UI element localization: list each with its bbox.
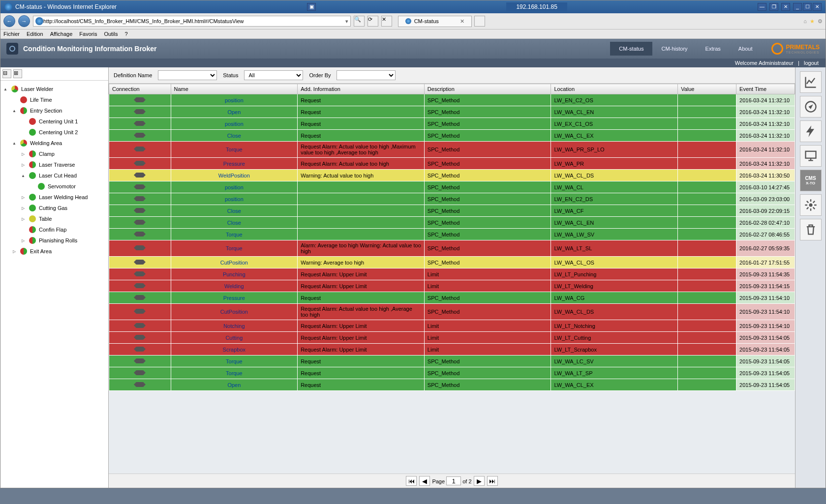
home-icon[interactable]: ⌂: [803, 18, 807, 24]
expand-icon[interactable]: ▷: [20, 217, 26, 221]
new-tab-button[interactable]: [474, 16, 485, 27]
expand-icon[interactable]: ▲: [2, 87, 8, 91]
gear-icon[interactable]: [800, 194, 822, 216]
stop-button[interactable]: ✕: [381, 16, 392, 27]
table-row[interactable]: position Request SPC_Method LW_EX_C1_OS …: [109, 118, 795, 130]
tree-item[interactable]: ▷ Laser Welding Head: [2, 192, 106, 203]
table-row[interactable]: Punching Request Alarm: Upper Limit Limi…: [109, 268, 795, 280]
name-link[interactable]: Scrapbox: [223, 347, 245, 353]
tree-item[interactable]: ▷ Planishing Rolls: [2, 235, 106, 246]
name-link[interactable]: WeldPosition: [218, 173, 250, 178]
tree-item[interactable]: Confin Flap: [2, 224, 106, 235]
name-link[interactable]: position: [225, 184, 244, 190]
expand-icon[interactable]: ▷: [20, 238, 26, 243]
name-link[interactable]: Torque: [226, 245, 243, 251]
close2-button[interactable]: ✕: [813, 3, 822, 11]
name-link[interactable]: CutPosition: [220, 309, 248, 315]
table-row[interactable]: Open Request SPC_Method LW_WA_CL_EN 2016…: [109, 106, 795, 118]
name-link[interactable]: Torque: [226, 358, 243, 364]
tree-item[interactable]: Servomotor: [2, 181, 106, 192]
name-link[interactable]: Pressure: [223, 161, 245, 167]
tree-item[interactable]: ▲ Laser Welder: [2, 84, 106, 94]
table-row[interactable]: Torque Request SPC_Method LW_WA_LT_SP 20…: [109, 367, 795, 379]
column-header[interactable]: Location: [551, 84, 678, 94]
name-link[interactable]: position: [225, 121, 244, 127]
next-page-button[interactable]: ▶: [474, 476, 485, 486]
name-link[interactable]: Torque: [226, 232, 243, 237]
table-row[interactable]: Close Request SPC_Method LW_WA_CL_EX 201…: [109, 130, 795, 142]
name-link[interactable]: Close: [227, 133, 241, 139]
logout-link[interactable]: logout: [804, 60, 819, 66]
name-link[interactable]: CutPosition: [220, 260, 248, 266]
menu-outils[interactable]: Outils: [104, 31, 118, 37]
table-row[interactable]: Torque SPC_Method LW_WA_LW_SV 2016-02-27…: [109, 229, 795, 240]
table-row[interactable]: position SPC_Method LW_WA_CL 2016-03-10 …: [109, 181, 795, 193]
table-row[interactable]: Pressure Request SPC_Method LW_WA_CG 201…: [109, 292, 795, 304]
tree-item[interactable]: ▷ Cutting Gas: [2, 203, 106, 213]
export-icon[interactable]: [800, 96, 822, 118]
max2-button[interactable]: ☐: [803, 3, 812, 11]
maximize-handle-icon[interactable]: ▣: [307, 3, 316, 11]
column-header[interactable]: Event Time: [736, 84, 795, 94]
name-link[interactable]: Open: [227, 382, 241, 388]
table-row[interactable]: Scrapbox Request Alarm: Upper Limit Limi…: [109, 344, 795, 356]
page-input[interactable]: [446, 476, 461, 485]
browser-tab[interactable]: CM-status ✕: [398, 16, 472, 27]
name-link[interactable]: Close: [227, 220, 241, 226]
name-link[interactable]: Notching: [223, 323, 245, 329]
back-button[interactable]: ←: [3, 15, 15, 27]
refresh-button[interactable]: ⟳: [367, 16, 378, 27]
tools-icon[interactable]: ⚙: [818, 18, 823, 25]
url-bar[interactable]: ▾: [33, 16, 351, 27]
nav-cm-status[interactable]: CM-status: [610, 42, 652, 56]
orderby-select[interactable]: [337, 70, 396, 80]
search-button[interactable]: 🔍: [354, 16, 365, 27]
column-header[interactable]: Connection: [109, 84, 171, 94]
name-link[interactable]: Cutting: [225, 335, 243, 341]
tree-item[interactable]: ▷ Laser Traverse: [2, 159, 106, 170]
restore-button[interactable]: ❐: [769, 3, 778, 11]
minimize-button[interactable]: —: [758, 3, 766, 11]
column-header[interactable]: Name: [171, 84, 298, 94]
first-page-button[interactable]: ⏮: [406, 476, 417, 486]
table-row[interactable]: Close SPC_Method LW_WA_CF 2016-03-09 22:…: [109, 205, 795, 217]
name-link[interactable]: position: [225, 196, 244, 202]
tree-item[interactable]: ▷ Table: [2, 213, 106, 224]
name-link[interactable]: Torque: [226, 370, 243, 376]
tree-tool-2[interactable]: ⊞: [13, 69, 22, 78]
tree-item[interactable]: ▷ Clamp: [2, 148, 106, 159]
menu-?[interactable]: ?: [125, 31, 128, 37]
forward-button[interactable]: →: [18, 15, 30, 27]
table-row[interactable]: Cutting Request Alarm: Upper Limit Limit…: [109, 332, 795, 344]
tree-item[interactable]: Life Time: [2, 94, 106, 105]
table-row[interactable]: Pressure Request Alarm: Actual value too…: [109, 158, 795, 170]
tree-item[interactable]: ▷ Exit Area: [2, 246, 106, 257]
name-link[interactable]: Open: [227, 109, 241, 115]
menu-fichier[interactable]: Fichier: [3, 31, 20, 37]
name-link[interactable]: Punching: [223, 271, 245, 277]
tree-item[interactable]: Centering Unit 1: [2, 116, 106, 127]
expand-icon[interactable]: ▲: [11, 141, 17, 146]
prev-page-button[interactable]: ◀: [419, 476, 430, 486]
table-row[interactable]: position SPC_Method LW_EN_C2_DS 2016-03-…: [109, 193, 795, 205]
column-header[interactable]: Value: [678, 84, 736, 94]
table-row[interactable]: position Request SPC_Method LW_EN_C2_OS …: [109, 94, 795, 106]
tree-item[interactable]: ▲ Laser Cut Head: [2, 170, 106, 181]
name-link[interactable]: Pressure: [223, 295, 245, 301]
definition-select[interactable]: [158, 70, 217, 80]
close-button[interactable]: ✕: [781, 3, 790, 11]
name-link[interactable]: Torque: [226, 147, 243, 152]
table-row[interactable]: Welding Request Alarm: Upper Limit Limit…: [109, 280, 795, 292]
expand-icon[interactable]: ▲: [20, 174, 26, 178]
column-header[interactable]: Description: [424, 84, 551, 94]
table-row[interactable]: Torque Alarm: Average too high Warning: …: [109, 240, 795, 257]
name-link[interactable]: position: [225, 97, 244, 103]
table-row[interactable]: Notching Request Alarm: Upper Limit Limi…: [109, 320, 795, 332]
table-row[interactable]: Open Request SPC_Method LW_WA_CL_EX 2015…: [109, 379, 795, 391]
status-select[interactable]: All: [244, 70, 303, 80]
table-row[interactable]: CutPosition Warning: Average too high SP…: [109, 257, 795, 268]
table-row[interactable]: CutPosition Request Alarm: Actual value …: [109, 304, 795, 320]
nav-about[interactable]: About: [730, 42, 762, 56]
tree-tool-1[interactable]: ⊟: [2, 69, 11, 78]
cms-icon[interactable]: CMSX-TO: [800, 170, 822, 191]
